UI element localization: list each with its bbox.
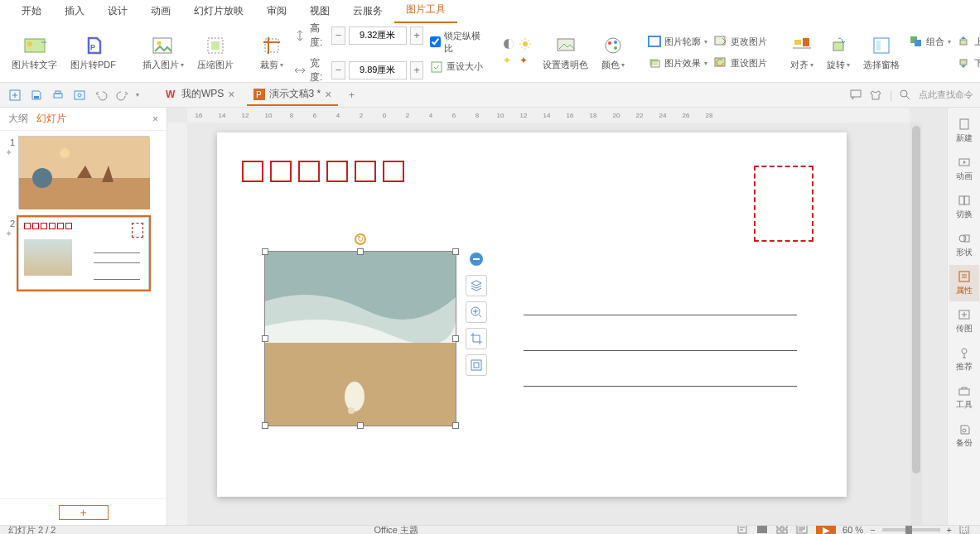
btn-pic-to-text[interactable]: 图片转文字 (8, 34, 60, 71)
lock-aspect[interactable]: 锁定纵横比 (430, 30, 483, 55)
close-doc[interactable]: × (325, 88, 331, 101)
btn-insert-pic[interactable]: 插入图片▾ (139, 34, 187, 71)
rail-img[interactable]: 传图 (949, 303, 979, 339)
move-up[interactable]: 上移 (958, 33, 980, 51)
search-input[interactable]: 点此查找命令 (919, 89, 973, 101)
handle-t[interactable] (357, 248, 364, 255)
group[interactable]: 组合▾ (910, 33, 951, 51)
main-tab-strip: 开始 插入 设计 动画 幻灯片放映 审阅 视图 云服务 图片工具 (0, 0, 980, 23)
height-input[interactable] (349, 26, 407, 45)
tab-insert[interactable]: 插入 (53, 0, 96, 23)
ft-layers[interactable] (466, 275, 487, 296)
handle-l[interactable] (262, 335, 268, 342)
sparkle2-icon[interactable]: ✦ (519, 55, 533, 68)
v-scrollbar[interactable] (910, 123, 922, 525)
btn-align[interactable]: 对齐▾ (787, 34, 817, 71)
tab-review[interactable]: 审阅 (255, 0, 298, 23)
feedback-icon[interactable] (850, 89, 863, 102)
zoom-slider[interactable] (882, 528, 940, 532)
tab-start[interactable]: 开始 (10, 0, 53, 23)
play-button[interactable]: ▶ (816, 525, 836, 534)
zoom-out[interactable]: − (870, 525, 875, 534)
skin-icon[interactable] (870, 89, 883, 102)
wps-icon: W (166, 89, 177, 100)
qa-save[interactable] (28, 87, 45, 103)
btn-set-transparent[interactable]: 设置透明色 (539, 34, 591, 71)
qa-undo[interactable] (93, 87, 109, 103)
slide-stage[interactable] (217, 132, 847, 497)
view-normal-icon[interactable] (756, 525, 770, 534)
qa-preview[interactable] (71, 87, 88, 103)
height-inc[interactable]: + (410, 26, 424, 45)
zoom-in[interactable]: + (947, 525, 952, 534)
ft-collapse[interactable] (466, 248, 487, 270)
reset-pic[interactable]: 重设图片 (714, 55, 767, 73)
view-reading-icon[interactable] (796, 525, 809, 534)
rail-trans[interactable]: 切换 (949, 189, 979, 225)
add-tab[interactable]: + (343, 87, 360, 103)
selected-image[interactable] (265, 252, 456, 426)
width-input[interactable] (349, 61, 407, 79)
svg-rect-29 (960, 60, 967, 65)
tab-slides[interactable]: 幻灯片 (36, 112, 66, 126)
height-dec[interactable]: − (331, 26, 345, 45)
handle-tl[interactable] (262, 248, 268, 255)
qa-more[interactable]: ▾ (136, 91, 139, 99)
btn-crop[interactable]: 裁剪▾ (257, 34, 287, 71)
tab-design[interactable]: 设计 (96, 0, 139, 23)
btn-compress-pic[interactable]: 压缩图片 (194, 34, 237, 71)
qa-print[interactable] (50, 87, 66, 103)
view-sorter-icon[interactable] (776, 525, 789, 534)
sparkle-icon[interactable]: ✦ (503, 55, 516, 68)
ft-crop[interactable] (466, 328, 487, 349)
move-down[interactable]: 下移 (958, 55, 980, 73)
rail-prop[interactable]: 属性 (949, 265, 979, 301)
qa-redo[interactable] (114, 87, 131, 103)
svg-rect-25 (876, 41, 881, 51)
add-slide-button[interactable]: + (59, 505, 109, 520)
slide-thumb-1[interactable] (18, 136, 149, 209)
fit-icon[interactable] (958, 525, 972, 534)
handle-r[interactable] (452, 335, 459, 342)
rail-new[interactable]: 新建 (949, 113, 979, 149)
lock-aspect-check[interactable] (430, 36, 441, 47)
tab-doc[interactable]: P 演示文稿3 * × (247, 84, 339, 106)
ft-frame[interactable] (466, 354, 487, 376)
handle-bl[interactable] (262, 422, 268, 429)
width-dec[interactable]: − (331, 61, 345, 79)
tab-outline[interactable]: 大纲 (8, 112, 28, 126)
rail-rec[interactable]: 推荐 (949, 341, 979, 378)
zoom-val: 60 % (842, 525, 863, 534)
btn-sel-pane[interactable]: 选择窗格 (860, 34, 903, 71)
brightness-icon[interactable] (519, 38, 533, 51)
width-inc[interactable]: + (410, 61, 424, 79)
handle-tr[interactable] (452, 248, 459, 255)
reset-size[interactable]: 重设大小 (430, 58, 483, 76)
panel-close[interactable]: × (152, 113, 158, 125)
tab-show[interactable]: 幻灯片放映 (182, 0, 255, 23)
btn-color[interactable]: 颜色▾ (598, 34, 628, 71)
contrast-icon[interactable] (503, 38, 516, 51)
tab-anim[interactable]: 动画 (139, 0, 182, 23)
pic-outline[interactable]: 图片轮廓▾ (648, 33, 707, 51)
qa-new[interactable] (7, 87, 23, 103)
ft-zoom[interactable] (466, 301, 487, 323)
btn-rotate[interactable]: 旋转▾ (823, 34, 853, 71)
pic-effect[interactable]: 图片效果▾ (648, 55, 707, 73)
close-wps[interactable]: × (228, 88, 234, 101)
svg-rect-64 (738, 525, 746, 533)
canvas[interactable]: 1614121086420246810121416182022242628 (167, 108, 947, 525)
change-pic[interactable]: 更改图片 (714, 33, 767, 51)
rail-shape[interactable]: 形状 (949, 227, 979, 263)
handle-br[interactable] (452, 422, 459, 429)
handle-b[interactable] (357, 422, 364, 429)
tab-mywps[interactable]: W 我的WPS × (159, 84, 242, 106)
slide-thumb-2[interactable] (18, 217, 149, 290)
btn-pic-to-pdf[interactable]: P 图片转PDF (67, 34, 119, 71)
rail-backup[interactable]: 备份 (949, 417, 979, 454)
rotate-handle[interactable] (355, 233, 366, 245)
rail-anim[interactable]: 动画 (949, 151, 979, 187)
rail-tool[interactable]: 工具 (949, 379, 979, 416)
ruler-vertical (167, 123, 187, 525)
notes-icon[interactable] (736, 525, 750, 534)
